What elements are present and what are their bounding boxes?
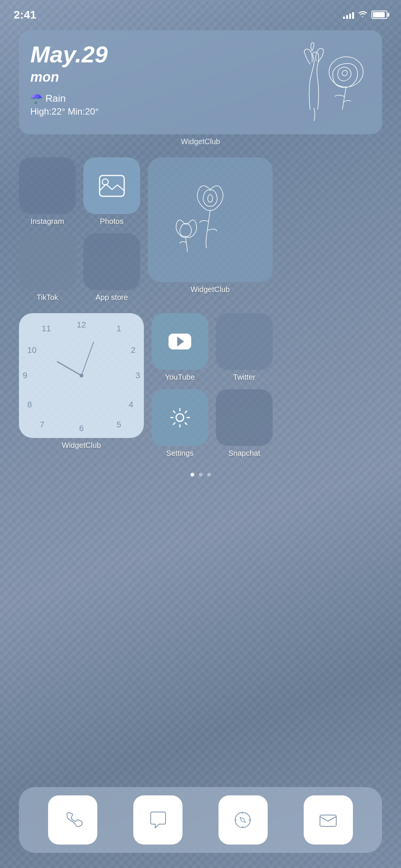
app-item-settings[interactable]: Settings bbox=[151, 389, 208, 458]
page-dot-1 bbox=[190, 473, 194, 477]
safari-icon bbox=[232, 810, 253, 831]
app-icon-snapchat bbox=[216, 389, 273, 446]
wifi-icon bbox=[358, 9, 368, 20]
page-dot-2 bbox=[199, 473, 203, 477]
messages-icon bbox=[148, 810, 169, 831]
svg-rect-1 bbox=[100, 175, 124, 196]
big-widget-label: WidgetClub bbox=[190, 285, 229, 294]
status-time: 2:41 bbox=[14, 8, 36, 21]
mail-icon bbox=[318, 810, 339, 831]
app-row-1: Instagram TikTok Photos bbox=[19, 157, 382, 302]
app-item-youtube[interactable]: YouTube bbox=[151, 313, 208, 382]
app-item-instagram[interactable]: Instagram bbox=[19, 157, 76, 226]
dock-app-phone[interactable] bbox=[48, 795, 97, 845]
clock-center bbox=[80, 374, 83, 377]
app-label-instagram: Instagram bbox=[31, 217, 64, 226]
status-bar: 2:41 bbox=[0, 0, 401, 23]
app-icon-youtube bbox=[151, 313, 208, 370]
battery-icon bbox=[371, 11, 387, 19]
app-icon-settings bbox=[151, 389, 208, 446]
svg-point-3 bbox=[176, 414, 184, 421]
flower-decoration bbox=[287, 42, 371, 125]
big-widget-col: WidgetClub bbox=[148, 157, 273, 294]
app-pair-bottom: Settings Snapchat bbox=[151, 389, 382, 458]
page-dots bbox=[0, 473, 401, 477]
app-item-tiktok[interactable]: TikTok bbox=[19, 233, 76, 302]
app-icon-photos bbox=[83, 157, 140, 214]
signal-icon bbox=[343, 11, 354, 19]
app-item-snapchat[interactable]: Snapchat bbox=[216, 389, 273, 458]
weather-date: May.29 bbox=[30, 42, 108, 67]
phone-icon bbox=[62, 810, 83, 831]
app-pair-top: YouTube Twitter bbox=[151, 313, 382, 382]
app-icon-twitter bbox=[216, 313, 273, 370]
status-icons bbox=[343, 9, 387, 20]
app-icon-tiktok bbox=[19, 233, 76, 290]
app-row-2: 12 1 2 3 4 5 6 7 8 9 10 11 bbox=[19, 313, 382, 458]
weather-condition: ☂️ Rain bbox=[30, 93, 108, 104]
app-label-youtube: YouTube bbox=[165, 373, 195, 382]
weather-widget[interactable]: May.29 mon ☂️ Rain High:22° Min:20° bbox=[19, 30, 382, 134]
app-label-appstore: App store bbox=[95, 293, 128, 302]
weather-widget-label: WidgetClub bbox=[0, 137, 401, 146]
clock-widget[interactable]: 12 1 2 3 4 5 6 7 8 9 10 11 bbox=[19, 313, 144, 438]
weather-temp: High:22° Min:20° bbox=[30, 106, 108, 117]
app-item-appstore[interactable]: App store bbox=[83, 233, 140, 302]
weather-day: mon bbox=[30, 69, 108, 85]
app-label-tiktok: TikTok bbox=[36, 293, 58, 302]
clock-widget-label: WidgetClub bbox=[62, 441, 101, 450]
app-label-snapchat: Snapchat bbox=[228, 449, 261, 458]
dock-app-messages[interactable] bbox=[133, 795, 183, 845]
app-label-photos: Photos bbox=[100, 217, 123, 226]
app-item-photos[interactable]: Photos bbox=[83, 157, 140, 226]
app-icon-appstore bbox=[83, 233, 140, 290]
page-dot-3 bbox=[207, 473, 211, 477]
clock-min-hand bbox=[81, 342, 94, 376]
svg-point-4 bbox=[235, 812, 250, 828]
app-label-twitter: Twitter bbox=[233, 373, 256, 382]
big-widget-club[interactable] bbox=[148, 157, 273, 282]
dock-app-safari[interactable] bbox=[218, 795, 268, 845]
app-label-settings: Settings bbox=[166, 449, 193, 458]
svg-point-2 bbox=[102, 179, 108, 185]
app-item-twitter[interactable]: Twitter bbox=[216, 313, 273, 382]
umbrella-icon: ☂️ bbox=[30, 93, 42, 104]
app-icon-instagram bbox=[19, 157, 76, 214]
dock-app-mail[interactable] bbox=[304, 795, 353, 845]
clock-hour-hand bbox=[56, 361, 81, 376]
dock bbox=[19, 787, 382, 853]
